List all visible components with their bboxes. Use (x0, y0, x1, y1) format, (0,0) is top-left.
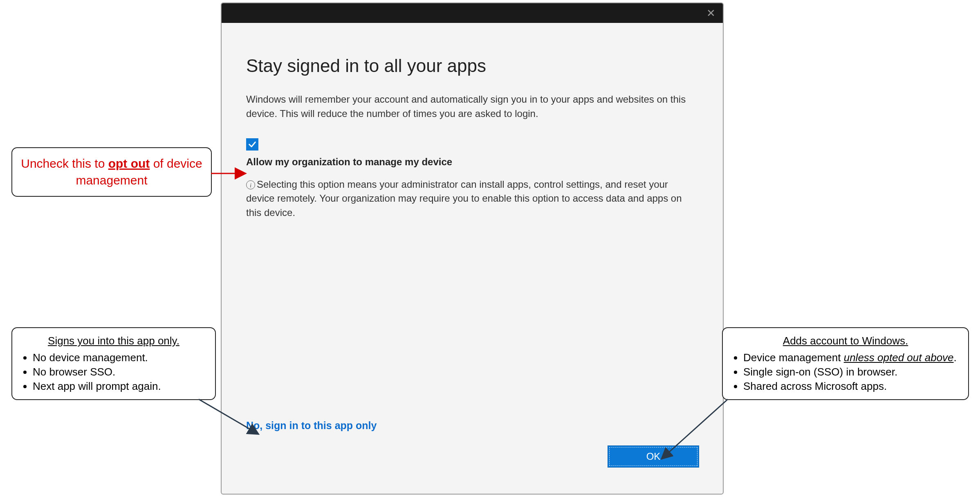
callout-add-account-heading: Adds account to Windows. (732, 334, 959, 348)
callout-add-account-b1c: . (954, 351, 957, 364)
callout-add-account-b2: Single sign-on (SSO) in browser. (743, 365, 959, 379)
callout-add-account-b1b: unless opted out above (844, 351, 954, 364)
manage-device-checkbox-label: Allow my organization to manage my devic… (246, 156, 698, 168)
sign-in-this-app-only-link[interactable]: No, sign in to this app only (246, 420, 377, 432)
close-icon[interactable]: ✕ (706, 8, 715, 18)
dialog-content: Stay signed in to all your apps Windows … (222, 23, 723, 246)
info-text: Selecting this option means your adminis… (246, 179, 682, 218)
callout-add-account-b1: Device management unless opted out above… (743, 351, 959, 365)
callout-opt-out-pre: Uncheck this to (21, 157, 108, 170)
titlebar: ✕ (222, 3, 723, 23)
ok-button[interactable]: OK (608, 445, 699, 468)
callout-opt-out: Uncheck this to opt out of device manage… (11, 147, 212, 197)
stay-signed-in-dialog: ✕ Stay signed in to all your apps Window… (221, 2, 724, 495)
manage-device-checkbox-row (246, 138, 698, 151)
callout-opt-out-bold: opt out (108, 157, 150, 170)
info-text-row: iSelecting this option means your admini… (246, 178, 698, 220)
dialog-body-text: Windows will remember your account and a… (246, 92, 698, 121)
callout-app-only: Signs you into this app only. No device … (11, 327, 216, 400)
checkmark-icon (248, 140, 257, 149)
callout-app-only-list: No device management. No browser SSO. Ne… (21, 351, 206, 394)
callout-app-only-b1: No device management. (33, 351, 206, 365)
info-icon: i (246, 180, 255, 189)
dialog-title: Stay signed in to all your apps (246, 56, 698, 76)
callout-add-account: Adds account to Windows. Device manageme… (722, 327, 969, 400)
callout-app-only-heading: Signs you into this app only. (21, 334, 206, 348)
callout-add-account-b3: Shared across Microsoft apps. (743, 379, 959, 394)
manage-device-checkbox[interactable] (246, 138, 258, 151)
callout-add-account-b1a: Device management (743, 351, 844, 364)
callout-app-only-b2: No browser SSO. (33, 365, 206, 379)
callout-app-only-b3: Next app will prompt again. (33, 379, 206, 394)
callout-add-account-list: Device management unless opted out above… (732, 351, 959, 394)
ok-button-label: OK (646, 451, 661, 462)
